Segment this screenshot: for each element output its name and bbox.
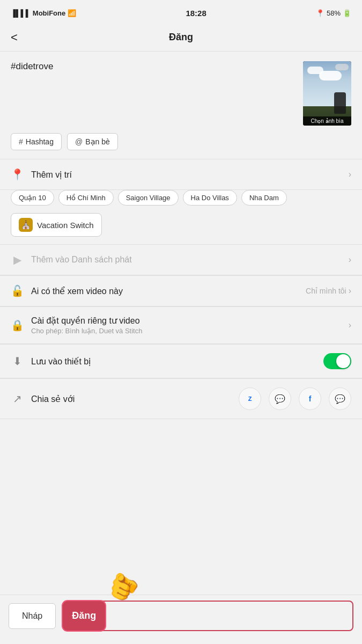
playlist-icon: ▶ <box>11 253 24 266</box>
vacation-icon: ⛪ <box>19 218 33 232</box>
vacation-switch-label: Vacation Switch <box>37 221 94 230</box>
carrier-signal: ▐▌▌▌ MobiFone 📶 <box>11 9 76 17</box>
messenger-icon: 💬 <box>275 394 285 404</box>
loc-tag-2[interactable]: Saigon Village <box>118 190 179 206</box>
mention-button[interactable]: @ Bạn bè <box>67 133 118 150</box>
post-button-wrapper: Đăng <box>62 601 353 631</box>
save-device-label: Lưu vào thiết bị <box>31 356 316 367</box>
rights-text-stack: Cài đặt quyền riêng tư video Cho phép: B… <box>31 316 341 335</box>
share-icon: ↗ <box>11 392 24 405</box>
rights-row[interactable]: 🔒 Cài đặt quyền riêng tư video Cho phép:… <box>0 307 362 344</box>
facebook-icon: f <box>309 394 312 403</box>
share-row: ↗ Chia sẻ với Z 💬 f 💬 <box>0 379 362 419</box>
message-icon: 💬 <box>335 394 345 404</box>
hashtag-button[interactable]: # Hashtag <box>11 133 62 150</box>
hashtag-section: #didetrove Chọn ảnh bìa <box>0 52 362 133</box>
wifi-icon: 📶 <box>68 9 76 17</box>
location-icon: 📍 <box>316 9 324 17</box>
status-bar: ▐▌▌▌ MobiFone 📶 18:28 📍 58% 🔋 <box>0 0 362 24</box>
playlist-label: Thêm vào Danh sách phát <box>31 255 341 265</box>
bottom-spacer <box>0 419 362 478</box>
download-icon: ⬇ <box>11 355 24 368</box>
rights-sub-text: Cho phép: Bình luận, Duet và Stitch <box>31 327 341 335</box>
lock-icon: 🔓 <box>11 284 24 297</box>
top-nav: < Đăng <box>0 24 362 52</box>
playlist-row[interactable]: ▶ Thêm vào Danh sách phát › <box>0 245 362 275</box>
loc-tag-0[interactable]: Quận 10 <box>11 190 54 206</box>
cloud-3 <box>335 64 349 70</box>
loc-tag-3[interactable]: Ha Do Villas <box>183 190 237 206</box>
back-button[interactable]: < <box>11 31 18 45</box>
video-thumbnail[interactable]: Chọn ảnh bìa <box>303 61 351 126</box>
messenger-button[interactable]: 💬 <box>269 387 291 410</box>
cloud-2 <box>319 71 342 80</box>
share-platforms: Z 💬 f 💬 <box>239 387 351 410</box>
mention-label: Bạn bè <box>85 137 110 146</box>
location-label: Thêm vị trí <box>31 170 341 180</box>
location-icon: 📍 <box>11 168 24 181</box>
privacy-view-label: Ai có thể xem video này <box>31 286 298 296</box>
battery-icon: 🔋 <box>343 9 351 17</box>
message-button[interactable]: 💬 <box>329 387 351 410</box>
draft-button[interactable]: Nháp <box>9 603 56 629</box>
status-right: 📍 58% 🔋 <box>316 9 351 17</box>
tag-buttons-row: # Hashtag @ Bạn bè <box>0 133 362 159</box>
save-device-row[interactable]: ⬇ Lưu vào thiết bị <box>0 345 362 378</box>
status-time: 18:28 <box>186 9 206 18</box>
rights-icon: 🔒 <box>11 319 24 332</box>
zalo-button[interactable]: Z <box>239 387 261 410</box>
vacation-switch-button[interactable]: ⛪ Vacation Switch <box>11 213 102 237</box>
privacy-view-row[interactable]: 🔓 Ai có thể xem video này Chỉ mình tôi › <box>0 276 362 306</box>
hashtag-label: Hashtag <box>26 137 54 146</box>
share-label: Chia sẻ với <box>31 394 231 404</box>
at-icon: @ <box>75 137 83 146</box>
toggle-thumb <box>336 354 350 368</box>
zalo-icon: Z <box>248 396 252 402</box>
bottom-action-bar: Nháp Đăng <box>0 595 362 644</box>
vacation-section: ⛪ Vacation Switch <box>0 213 362 244</box>
privacy-view-value: Chỉ mình tôi › <box>306 286 351 296</box>
page-title: Đăng <box>169 32 193 43</box>
privacy-view-chevron: › <box>349 286 351 296</box>
location-chevron: › <box>349 170 351 179</box>
rights-chevron: › <box>349 320 351 330</box>
location-tags-row[interactable]: Quận 10 Hồ Chí Minh Saigon Village Ha Do… <box>0 190 362 213</box>
post-button[interactable]: Đăng <box>64 603 104 629</box>
loc-tag-1[interactable]: Hồ Chí Minh <box>58 190 114 206</box>
thumbnail-figure <box>334 92 346 114</box>
facebook-button[interactable]: f <box>299 387 321 410</box>
loc-tag-4[interactable]: Nha Dam <box>241 190 287 206</box>
location-row[interactable]: 📍 Thêm vị trí › <box>0 159 362 190</box>
rights-main-text: Cài đặt quyền riêng tư video <box>31 316 341 326</box>
thumbnail-label[interactable]: Chọn ảnh bìa <box>303 116 351 126</box>
hash-icon: # <box>19 137 23 146</box>
battery-percent: 58% <box>327 9 341 17</box>
carrier-name: MobiFone <box>33 9 65 17</box>
signal-bars: ▐▌▌▌ <box>11 9 31 17</box>
playlist-chevron: › <box>349 255 351 265</box>
hashtag-text: #didetrove <box>11 61 303 72</box>
save-device-toggle[interactable] <box>323 353 351 369</box>
